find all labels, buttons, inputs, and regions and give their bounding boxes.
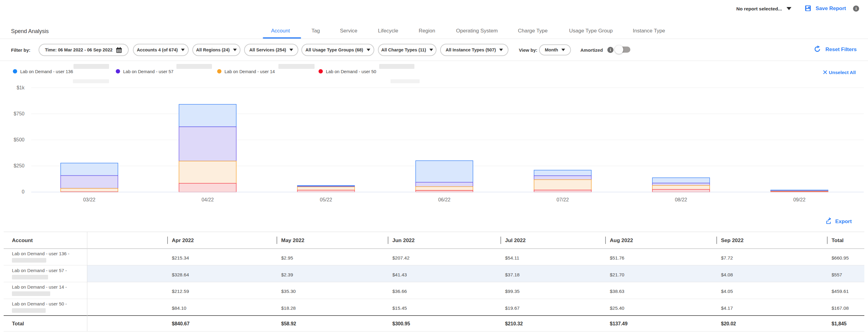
svg-text:$1k: $1k: [17, 85, 25, 90]
svg-text:09/22: 09/22: [793, 197, 806, 202]
svg-text:$750: $750: [13, 111, 25, 116]
svg-text:06/22: 06/22: [438, 197, 451, 202]
svg-text:08/22: 08/22: [675, 197, 687, 202]
svg-text:$250: $250: [13, 163, 25, 168]
svg-text:0: 0: [22, 189, 25, 194]
svg-text:03/22: 03/22: [83, 197, 95, 202]
svg-text:$500: $500: [13, 137, 25, 142]
svg-text:07/22: 07/22: [557, 197, 569, 202]
svg-text:04/22: 04/22: [202, 197, 214, 202]
svg-text:05/22: 05/22: [320, 197, 332, 202]
